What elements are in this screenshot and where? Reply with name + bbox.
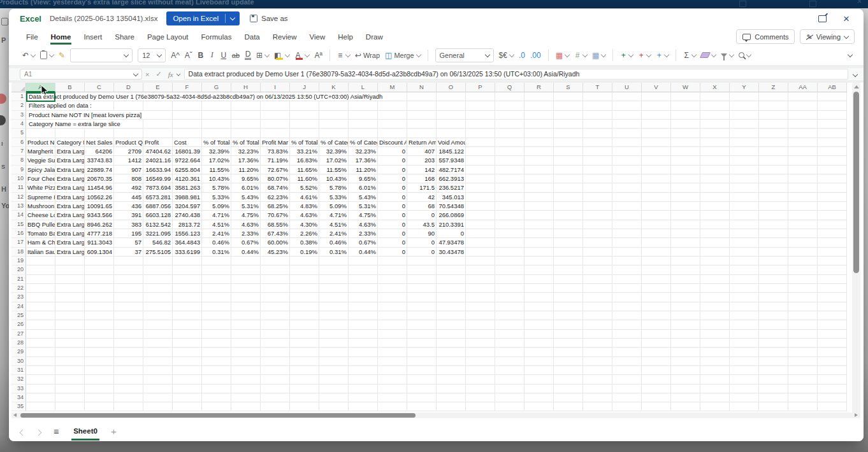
cell-j11[interactable]: 5.52% [290, 183, 319, 192]
cell-b14[interactable]: Extra Larg [55, 211, 85, 220]
cell-s18[interactable] [554, 248, 583, 257]
cell-n23[interactable] [407, 293, 437, 302]
cell-v25[interactable] [642, 311, 671, 320]
cell-g33[interactable] [202, 385, 231, 393]
cell-r15[interactable] [524, 220, 554, 229]
cell-d12[interactable]: 445 [114, 193, 143, 202]
cell-b7[interactable]: Extra Larg [55, 147, 85, 156]
cell-s6[interactable] [554, 138, 583, 147]
cell-g20[interactable] [202, 265, 231, 274]
clear-icon[interactable] [701, 52, 716, 58]
cell-g12[interactable]: 5.33% [202, 193, 231, 202]
cell-u6[interactable] [612, 138, 642, 147]
cell-i23[interactable] [261, 293, 290, 302]
cell-j4[interactable] [290, 120, 319, 129]
cell-aa7[interactable] [788, 147, 818, 156]
cell-v35[interactable] [642, 402, 671, 411]
cell-m7[interactable]: 0 [378, 147, 407, 156]
cell-i20[interactable] [261, 265, 290, 274]
cell-c3[interactable] [85, 111, 114, 120]
cell-s19[interactable] [554, 257, 583, 265]
row-header-17[interactable]: 17 [11, 238, 26, 247]
cell-k29[interactable] [319, 348, 349, 357]
cell-d34[interactable] [114, 393, 143, 402]
cell-l26[interactable] [349, 320, 378, 329]
cell-q17[interactable] [495, 238, 524, 247]
cell-e9[interactable]: 16633.94 [143, 166, 173, 174]
cell-aa17[interactable] [788, 238, 818, 247]
row-header-12[interactable]: 12 [11, 193, 26, 202]
cell-a32[interactable] [26, 375, 55, 384]
cell-g1[interactable] [202, 92, 231, 101]
cell-e19[interactable] [143, 257, 173, 265]
cell-o25[interactable] [437, 311, 466, 320]
column-header-z[interactable]: Z [759, 83, 788, 92]
cell-g2[interactable] [202, 101, 231, 110]
column-header-n[interactable]: N [407, 83, 437, 92]
cell-e12[interactable]: 6573.281 [143, 193, 173, 202]
cell-a4[interactable] [26, 120, 55, 129]
cell-g18[interactable]: 0.31% [202, 248, 231, 257]
cell-u24[interactable] [612, 302, 642, 311]
cell-m34[interactable] [378, 393, 407, 402]
cell-j2[interactable] [290, 101, 319, 110]
cell-w30[interactable] [671, 357, 700, 366]
cell-l2[interactable] [349, 101, 378, 110]
cell-b27[interactable] [55, 330, 85, 339]
cell-t8[interactable] [583, 156, 612, 165]
cell-z23[interactable] [759, 293, 788, 302]
cell-aa30[interactable] [788, 357, 818, 366]
cell-w2[interactable] [671, 101, 700, 110]
paste-icon[interactable] [40, 51, 54, 59]
cell-v34[interactable] [642, 393, 671, 402]
cell-f19[interactable] [173, 257, 202, 265]
cell-t20[interactable] [583, 265, 612, 274]
cell-o7[interactable]: 1845.122 [437, 147, 466, 156]
cell-e29[interactable] [143, 348, 173, 357]
column-header-b[interactable]: B [55, 83, 85, 92]
cell-b8[interactable]: Extra Larg [55, 156, 85, 165]
cell-g10[interactable]: 10.43% [202, 174, 231, 183]
vertical-scroll-thumb[interactable] [853, 92, 859, 273]
cell-z20[interactable] [759, 265, 788, 274]
cell-v13[interactable] [642, 202, 671, 211]
cell-j16[interactable]: 2.26% [290, 229, 319, 238]
cell-r30[interactable] [524, 357, 554, 366]
conditional-formatting-button[interactable]: ▦ [556, 51, 569, 60]
cell-s24[interactable] [554, 302, 583, 311]
cell-l5[interactable] [349, 129, 378, 138]
cell-y3[interactable] [730, 111, 759, 120]
cell-o12[interactable]: 345.013 [437, 193, 466, 202]
cell-z24[interactable] [759, 302, 788, 311]
cell-t28[interactable] [583, 339, 612, 348]
cell-m21[interactable] [378, 275, 407, 284]
cell-v17[interactable] [642, 238, 671, 247]
cell-h11[interactable]: 6.01% [231, 183, 261, 192]
cell-o32[interactable] [437, 375, 466, 384]
cell-r23[interactable] [524, 293, 554, 302]
cell-v31[interactable] [642, 366, 671, 375]
cell-ab31[interactable] [818, 366, 847, 375]
cell-l18[interactable]: 0.44% [349, 248, 378, 257]
cell-q1[interactable] [495, 92, 524, 101]
cell-b18[interactable]: Extra Larg [55, 248, 85, 257]
cell-f20[interactable] [173, 265, 202, 274]
cell-y1[interactable] [730, 92, 759, 101]
cell-j5[interactable] [290, 129, 319, 138]
cell-h24[interactable] [231, 302, 261, 311]
cell-o23[interactable] [437, 293, 466, 302]
cell-d31[interactable] [114, 366, 143, 375]
cell-v30[interactable] [642, 357, 671, 366]
cell-p3[interactable] [466, 111, 495, 120]
cell-t31[interactable] [583, 366, 612, 375]
cell-w25[interactable] [671, 311, 700, 320]
cell-d3[interactable] [114, 111, 143, 120]
cell-r32[interactable] [524, 375, 554, 384]
vertical-scrollbar[interactable] [852, 83, 860, 418]
cell-y15[interactable] [730, 220, 759, 229]
cell-w8[interactable] [671, 156, 700, 165]
cell-j21[interactable] [290, 275, 319, 284]
underline-button[interactable]: U [221, 51, 227, 60]
row-header-29[interactable]: 29 [11, 348, 26, 357]
sheet-next-icon[interactable] [36, 426, 41, 437]
